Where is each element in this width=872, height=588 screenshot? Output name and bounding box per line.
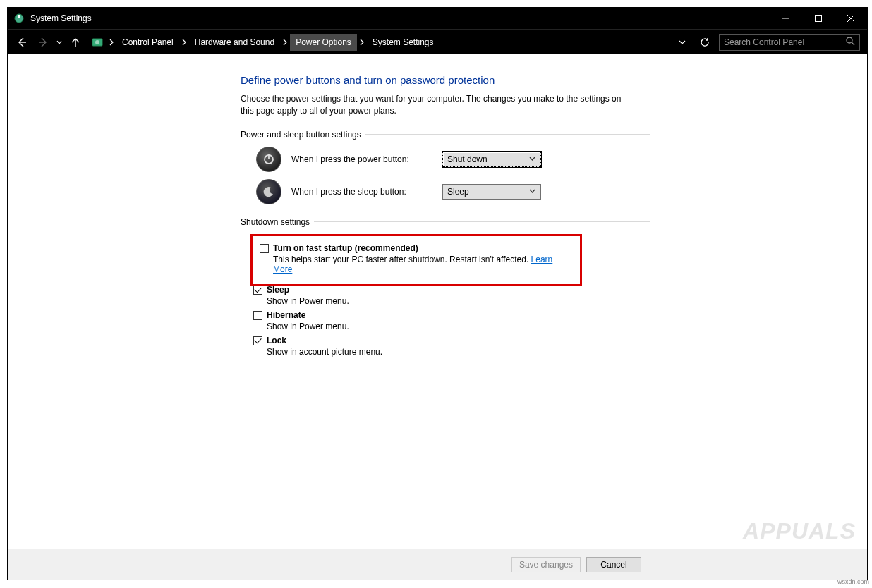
svg-point-9 bbox=[95, 40, 99, 44]
svg-rect-1 bbox=[18, 15, 20, 18]
maximize-button[interactable] bbox=[802, 8, 835, 29]
nav-up-button[interactable] bbox=[66, 32, 85, 52]
chevron-down-icon bbox=[526, 186, 538, 197]
refresh-button[interactable] bbox=[696, 34, 713, 51]
sleep-row: Sleep bbox=[253, 285, 650, 295]
content-area: Define power buttons and turn on passwor… bbox=[8, 54, 867, 580]
chevron-down-icon bbox=[526, 154, 538, 165]
svg-line-11 bbox=[852, 42, 854, 45]
chevron-right-icon[interactable] bbox=[107, 39, 116, 46]
power-icon bbox=[256, 147, 281, 172]
lock-checkbox[interactable] bbox=[253, 336, 262, 345]
address-tail bbox=[674, 34, 713, 51]
shutdown-settings-group: Turn on fast startup (recommended) This … bbox=[253, 234, 650, 357]
power-button-label: When I press the power button: bbox=[291, 154, 432, 164]
power-button-row: When I press the power button: Shut down bbox=[256, 147, 650, 172]
chevron-right-icon[interactable] bbox=[280, 39, 290, 46]
search-placeholder: Search Control Panel bbox=[724, 37, 845, 47]
fast-startup-desc-row: This helps start your PC faster after sh… bbox=[273, 255, 573, 274]
sleep-button-row: When I press the sleep button: Sleep bbox=[256, 179, 650, 204]
app-icon bbox=[13, 13, 25, 24]
sleep-label: Sleep bbox=[267, 285, 289, 295]
sleep-button-dropdown[interactable]: Sleep bbox=[442, 184, 541, 200]
search-icon bbox=[845, 36, 855, 48]
hibernate-row: Hibernate bbox=[253, 310, 650, 320]
image-credit: wsxdn.com bbox=[837, 578, 869, 585]
footer-bar: Save changes Cancel bbox=[8, 549, 867, 580]
titlebar: System Settings bbox=[8, 8, 867, 29]
section-shutdown-header: Shutdown settings bbox=[241, 217, 650, 227]
window-title: System Settings bbox=[30, 13, 92, 23]
lock-row: Lock bbox=[253, 336, 650, 345]
hibernate-desc: Show in Power menu. bbox=[267, 321, 650, 331]
breadcrumb-item-control-panel[interactable]: Control Panel bbox=[116, 34, 179, 51]
fast-startup-row: Turn on fast startup (recommended) bbox=[260, 243, 573, 253]
chevron-right-icon[interactable] bbox=[357, 39, 367, 46]
lock-desc: Show in account picture menu. bbox=[267, 347, 650, 357]
power-button-dropdown[interactable]: Shut down bbox=[442, 152, 541, 167]
svg-point-10 bbox=[847, 37, 852, 43]
breadcrumb-item-power-options[interactable]: Power Options bbox=[290, 34, 357, 51]
nav-history-dropdown[interactable] bbox=[54, 32, 64, 52]
highlight-annotation: Turn on fast startup (recommended) This … bbox=[250, 234, 582, 286]
hibernate-label: Hibernate bbox=[267, 310, 305, 320]
address-dropdown-button[interactable] bbox=[674, 34, 691, 51]
breadcrumb-root-icon[interactable] bbox=[91, 36, 104, 49]
close-button[interactable] bbox=[835, 8, 867, 29]
power-button-value: Shut down bbox=[447, 154, 526, 164]
sleep-icon bbox=[256, 179, 281, 204]
fast-startup-checkbox[interactable] bbox=[260, 244, 269, 253]
divider bbox=[314, 221, 650, 222]
page-heading: Define power buttons and turn on passwor… bbox=[241, 74, 650, 86]
watermark: APPUALS bbox=[743, 518, 856, 544]
minimize-button[interactable] bbox=[770, 8, 802, 29]
nav-forward-button[interactable] bbox=[33, 32, 53, 52]
sleep-button-value: Sleep bbox=[447, 187, 526, 197]
svg-rect-3 bbox=[816, 16, 822, 22]
section-shutdown-label: Shutdown settings bbox=[241, 217, 314, 227]
navbar: Control Panel Hardware and Sound Power O… bbox=[8, 29, 867, 54]
nav-back-button[interactable] bbox=[12, 32, 32, 52]
cancel-button[interactable]: Cancel bbox=[586, 557, 641, 572]
lock-label: Lock bbox=[267, 336, 286, 345]
divider bbox=[365, 134, 650, 135]
breadcrumb-item-hardware-sound[interactable]: Hardware and Sound bbox=[189, 34, 280, 51]
section-buttons-header: Power and sleep button settings bbox=[241, 130, 650, 140]
window-frame: System Settings bbox=[7, 7, 868, 580]
sleep-checkbox[interactable] bbox=[253, 286, 262, 295]
breadcrumb-item-system-settings[interactable]: System Settings bbox=[367, 34, 440, 51]
chevron-right-icon[interactable] bbox=[179, 39, 189, 46]
section-buttons-label: Power and sleep button settings bbox=[241, 130, 365, 140]
search-input[interactable]: Search Control Panel bbox=[719, 34, 860, 51]
fast-startup-desc: This helps start your PC faster after sh… bbox=[273, 255, 531, 264]
breadcrumb: Control Panel Hardware and Sound Power O… bbox=[91, 34, 668, 51]
title-controls bbox=[770, 8, 867, 29]
sleep-button-label: When I press the sleep button: bbox=[291, 187, 432, 197]
hibernate-checkbox[interactable] bbox=[253, 311, 262, 320]
page-description: Choose the power settings that you want … bbox=[241, 93, 636, 117]
save-changes-button[interactable]: Save changes bbox=[511, 557, 581, 572]
fast-startup-label: Turn on fast startup (recommended) bbox=[273, 243, 418, 253]
sleep-desc: Show in Power menu. bbox=[267, 296, 650, 306]
